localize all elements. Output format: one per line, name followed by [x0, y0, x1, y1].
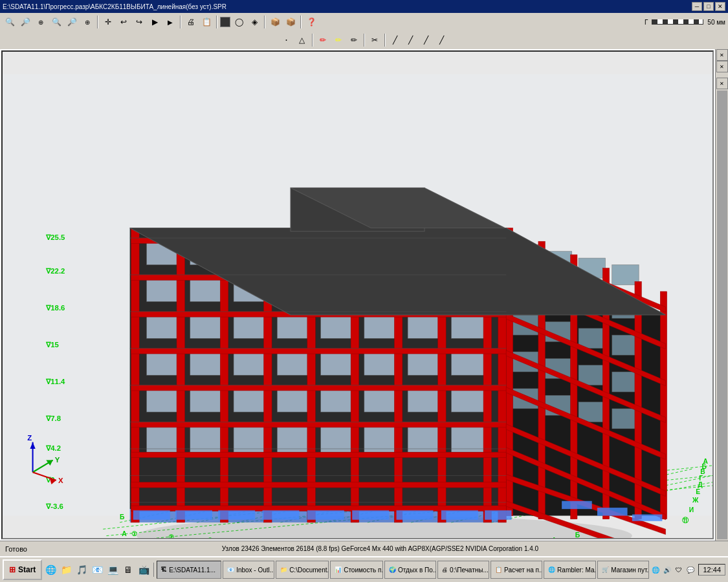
taskbar-item-calc[interactable]: 📋 Расчет на п...: [491, 561, 542, 579]
svg-rect-54: [277, 389, 311, 412]
maximize-button[interactable]: □: [703, 2, 714, 11]
taskbar-item-inbox[interactable]: 📧 Inbox - Outl...: [223, 561, 274, 579]
draw-btn-line4[interactable]: ╱: [435, 33, 449, 47]
ie-icon[interactable]: 🌐: [43, 563, 58, 577]
svg-rect-47: [321, 352, 355, 375]
svg-rect-49: [408, 352, 441, 375]
tray-misc[interactable]: 💬: [685, 565, 696, 575]
tray-volume[interactable]: 🔊: [662, 565, 672, 575]
main-area: ∇25.5 ∇22.2 ∇18.6 ∇15 ∇11.4 ∇7.8 ∇4.2 ∇0…: [0, 49, 728, 541]
svg-rect-142: [485, 510, 511, 519]
sep-5: [300, 16, 302, 28]
svg-text:∇25.5: ∇25.5: [45, 233, 65, 241]
svg-rect-135: [175, 510, 212, 519]
draw-btn-pen1[interactable]: ✏: [316, 33, 330, 47]
svg-rect-105: [579, 402, 605, 422]
toolbar-btn-zoom-in[interactable]: 🔍: [3, 15, 17, 29]
status-info: Узлов 23426 Элементов 26184 (8.8 fps) Ge…: [38, 545, 723, 552]
svg-rect-112: [660, 292, 667, 519]
svg-rect-82: [131, 422, 507, 427]
svg-rect-143: [562, 501, 592, 509]
toolbar-btn-3d-1[interactable]: 📦: [268, 15, 282, 29]
draw-btn-triangle[interactable]: △: [295, 33, 309, 47]
quick-launch: 🌐 📁 🎵 📧 💻 🖥 📺: [43, 563, 154, 577]
toolbar-btn-undo[interactable]: ↩: [116, 15, 131, 29]
svg-text:∇4.2: ∇4.2: [45, 444, 61, 452]
taskbar-item-active[interactable]: 🏗 E:\SDATA11.1...: [157, 561, 221, 579]
draw-btn-line1[interactable]: ╱: [388, 33, 403, 47]
media-icon[interactable]: 🎵: [74, 563, 89, 577]
explorer-icon[interactable]: 📁: [59, 563, 73, 577]
svg-rect-80: [131, 349, 507, 354]
toolbar-btn-help[interactable]: ❓: [304, 15, 318, 29]
viewport-3d[interactable]: ∇25.5 ∇22.2 ∇18.6 ∇15 ∇11.4 ∇7.8 ∇4.2 ∇0…: [1, 50, 714, 539]
toolbar-btn-5[interactable]: ▶: [163, 15, 177, 29]
draw-btn-pen3[interactable]: ✏: [347, 33, 361, 47]
svg-rect-60: [190, 426, 224, 452]
scroll-up-btn-1[interactable]: ✕: [716, 49, 728, 61]
draw-btn-line3[interactable]: ╱: [419, 33, 434, 47]
misc-icon-2[interactable]: 🖥: [121, 563, 135, 577]
draw-btn-cut[interactable]: ✂: [368, 33, 382, 47]
taskbar-item-cost[interactable]: 📊 Стоимость п...: [330, 561, 383, 579]
svg-text:А: А: [703, 458, 709, 465]
svg-rect-137: [263, 510, 300, 519]
building-svg: ∇25.5 ∇22.2 ∇18.6 ∇15 ∇11.4 ∇7.8 ∇4.2 ∇0…: [3, 52, 712, 538]
taskbar-item-shop[interactable]: 🛒 Магазин пут...: [597, 561, 649, 579]
svg-text:А: А: [122, 530, 127, 537]
toolbar-btn-redo[interactable]: ↪: [132, 15, 146, 29]
svg-text:Е: Е: [696, 488, 700, 495]
svg-text:Д: Д: [698, 481, 703, 488]
scroll-up-btn-3[interactable]: ✕: [716, 78, 728, 89]
tray-antivirus[interactable]: 🛡: [674, 565, 684, 575]
minimize-button[interactable]: ─: [692, 2, 702, 11]
draw-btn-dot[interactable]: ·: [280, 33, 294, 47]
draw-btn-pen2[interactable]: ✏: [331, 33, 346, 47]
svg-rect-38: [277, 315, 311, 338]
toolbar-btn-2[interactable]: 🔍: [49, 15, 63, 29]
svg-rect-50: [451, 352, 485, 375]
close-button[interactable]: ✕: [715, 2, 725, 11]
svg-text:А: А: [552, 537, 557, 538]
svg-rect-141: [441, 510, 478, 519]
sep-4: [264, 16, 265, 28]
toolbar-btn-circle[interactable]: ◯: [232, 15, 246, 29]
start-button[interactable]: ⊞ Start: [3, 559, 42, 580]
outlook-icon[interactable]: 📧: [90, 563, 104, 577]
toolbar-btn-3[interactable]: 🔎: [65, 15, 79, 29]
scroll-up-btn-2[interactable]: ✕: [716, 61, 728, 72]
svg-text:∇22.2: ∇22.2: [45, 267, 65, 275]
toolbar-btn-zoom-fit[interactable]: ⊕: [34, 15, 48, 29]
draw-btn-line2[interactable]: ╱: [404, 33, 418, 47]
svg-rect-64: [364, 426, 398, 452]
svg-rect-36: [190, 315, 224, 338]
svg-text:Ж: Ж: [692, 497, 699, 504]
sep-7: [364, 34, 365, 47]
svg-rect-134: [133, 510, 170, 519]
toolbar-btn-move[interactable]: ✛: [101, 15, 115, 29]
toolbar-btn-copy[interactable]: 📋: [199, 15, 214, 29]
taskbar-item-rest[interactable]: 🌍 Отдых в По...: [384, 561, 436, 579]
tray-network[interactable]: 🌐: [650, 565, 661, 575]
sep-6: [312, 34, 313, 47]
system-clock: 12:44: [698, 564, 725, 576]
toolbar-btn-solid[interactable]: [220, 17, 230, 27]
toolbar-btn-diamond[interactable]: ◈: [247, 15, 261, 29]
toolbar-btn-zoom-out[interactable]: 🔎: [18, 15, 32, 29]
misc-icon-3[interactable]: 📺: [137, 563, 151, 577]
active-app-label: E:\SDATA11.1...: [169, 566, 215, 574]
taskbar-item-documents[interactable]: 📁 C:\Document...: [276, 561, 329, 579]
taskbar-item-rambler[interactable]: 🌐 Rambler: Ма...: [544, 561, 596, 579]
svg-text:Z: Z: [27, 434, 32, 442]
svg-rect-62: [277, 426, 311, 452]
svg-text:①: ①: [131, 530, 137, 537]
misc-icon-1[interactable]: 💻: [105, 563, 120, 577]
taskbar-item-print[interactable]: 🖨 0:\Печатны...: [437, 561, 489, 579]
scrollbar-track[interactable]: [717, 91, 727, 539]
toolbar-btn-run[interactable]: ▶: [148, 15, 162, 29]
toolbar-btn-3d-2[interactable]: 📦: [283, 15, 298, 29]
svg-rect-67: [131, 228, 139, 523]
toolbar-btn-print[interactable]: 🖨: [184, 15, 198, 29]
toolbar-btn-4[interactable]: ⊕: [80, 15, 94, 29]
app-title: E:\SDATA11.1\Прогресс.разр\АБКС2КБ11ВЫБИ…: [3, 3, 226, 10]
